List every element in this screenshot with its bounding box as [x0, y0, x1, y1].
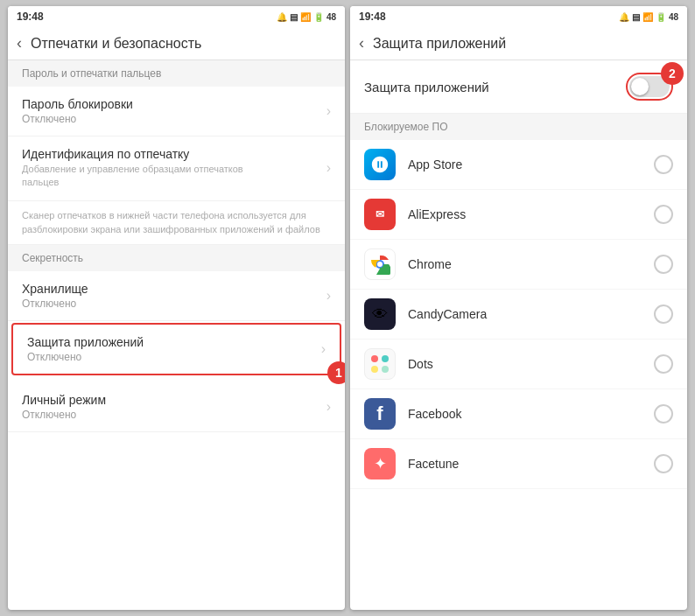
app-item-facetune[interactable]: ✦ Facetune	[350, 439, 687, 489]
candycam-name: CandyCamera	[408, 307, 654, 321]
appstore-radio[interactable]	[654, 155, 673, 174]
facetune-name: Facetune	[408, 457, 654, 471]
facetune-radio[interactable]	[654, 454, 673, 473]
left-time: 19:48	[17, 10, 44, 23]
right-back-button[interactable]: ‹	[359, 34, 364, 52]
dots-name: Dots	[408, 357, 654, 371]
toggle-knob	[631, 78, 649, 95]
right-status-bar: 19:48 🔔 ▤ 📶 🔋 48	[350, 6, 687, 27]
right-section-header: Блокируемое ПО	[350, 114, 687, 140]
facebook-name: Facebook	[408, 407, 654, 421]
right-toolbar: ‹ Защита приложений	[350, 27, 687, 60]
left-battery-icon: 🔋	[313, 12, 324, 22]
storage-item[interactable]: Хранилище Отключено ›	[8, 271, 345, 321]
password-lock-title: Пароль блокировки	[22, 97, 133, 111]
app-protection-toggle-row: Защита приложений 2	[350, 60, 687, 114]
app-protection-item[interactable]: Защита приложений Отключено ›	[11, 323, 341, 375]
right-battery-icon: 🔋	[656, 12, 666, 22]
facebook-radio[interactable]	[654, 404, 673, 424]
left-toolbar-title: Отпечатки и безопасность	[31, 36, 201, 52]
left-phone: 19:48 🔔 ▤ 📶 🔋 48 ‹ Отпечатки и безопасно…	[8, 6, 345, 610]
left-section2-header: Секретность	[8, 245, 345, 271]
personal-mode-chevron: ›	[326, 399, 331, 415]
appstore-name: App Store	[408, 158, 654, 172]
right-phone: 19:48 🔔 ▤ 📶 🔋 48 ‹ Защита приложений Защ…	[350, 6, 687, 610]
badge-1: 1	[327, 361, 345, 384]
left-back-button[interactable]: ‹	[17, 34, 22, 52]
facetune-icon: ✦	[364, 448, 396, 480]
app-item-aliexpress[interactable]: ✉ AliExpress	[350, 190, 687, 240]
right-signal-icon: 📶	[642, 12, 653, 22]
chrome-radio[interactable]	[654, 255, 673, 274]
app-item-facebook[interactable]: f Facebook	[350, 389, 687, 439]
fingerprint-info: Сканер отпечатков в нижней части телефон…	[8, 201, 345, 245]
chrome-name: Chrome	[408, 257, 654, 271]
left-status-icons: 🔔 ▤ 📶 🔋 48	[277, 12, 336, 22]
app-item-candycamera[interactable]: 👁 CandyCamera	[350, 290, 687, 340]
app-protection-subtitle: Отключено	[27, 351, 144, 363]
dots-icon	[364, 348, 396, 380]
appstore-icon	[364, 149, 396, 180]
left-status-bar: 19:48 🔔 ▤ 📶 🔋 48	[8, 6, 345, 27]
right-time: 19:48	[359, 10, 386, 23]
app-item-appstore[interactable]: App Store	[350, 140, 687, 190]
candycam-icon: 👁	[364, 298, 396, 330]
right-notification-icon: 🔔	[619, 12, 629, 22]
app-item-dots[interactable]: Dots	[350, 340, 687, 389]
right-battery-pct: 48	[669, 12, 678, 22]
personal-mode-subtitle: Отключено	[22, 409, 106, 421]
aliexpress-icon: ✉	[364, 199, 396, 230]
left-signal-icon: 📶	[300, 12, 311, 22]
app-item-chrome[interactable]: Chrome	[350, 240, 687, 290]
svg-point-2	[377, 262, 383, 267]
personal-mode-title: Личный режим	[22, 393, 106, 407]
right-wifi-icon: ▤	[632, 12, 640, 22]
badge-2: 2	[661, 62, 684, 85]
left-section1-header: Пароль и отпечатки пальцев	[8, 60, 345, 87]
fingerprint-title: Идентификация по отпечатку	[22, 147, 267, 161]
password-lock-chevron: ›	[326, 103, 331, 119]
password-lock-subtitle: Отключено	[22, 113, 133, 125]
app-protection-toggle-label: Защита приложений	[364, 80, 489, 94]
dots-radio[interactable]	[654, 354, 673, 374]
chrome-icon	[364, 248, 396, 280]
left-battery-pct: 48	[326, 12, 336, 22]
storage-subtitle: Отключено	[22, 298, 88, 310]
fingerprint-chevron: ›	[326, 160, 331, 176]
app-protection-chevron: ›	[321, 341, 326, 357]
storage-chevron: ›	[326, 288, 331, 304]
candycam-radio[interactable]	[654, 304, 673, 324]
right-status-icons: 🔔 ▤ 📶 🔋 48	[619, 12, 678, 22]
aliexpress-name: AliExpress	[408, 207, 654, 221]
storage-title: Хранилище	[22, 282, 88, 296]
right-toolbar-title: Защита приложений	[373, 36, 506, 52]
personal-mode-item[interactable]: Личный режим Отключено ›	[8, 382, 345, 432]
fingerprint-desc: Добавление и управление образцами отпеча…	[22, 163, 267, 190]
left-toolbar: ‹ Отпечатки и безопасность	[8, 27, 345, 60]
app-protection-title: Защита приложений	[27, 335, 144, 349]
left-wifi-icon: ▤	[290, 12, 298, 22]
fingerprint-item[interactable]: Идентификация по отпечатку Добавление и …	[8, 136, 345, 201]
password-lock-item[interactable]: Пароль блокировки Отключено ›	[8, 87, 345, 136]
aliexpress-radio[interactable]	[654, 205, 673, 224]
left-notification-icon: 🔔	[277, 12, 287, 22]
facebook-icon: f	[364, 398, 396, 430]
